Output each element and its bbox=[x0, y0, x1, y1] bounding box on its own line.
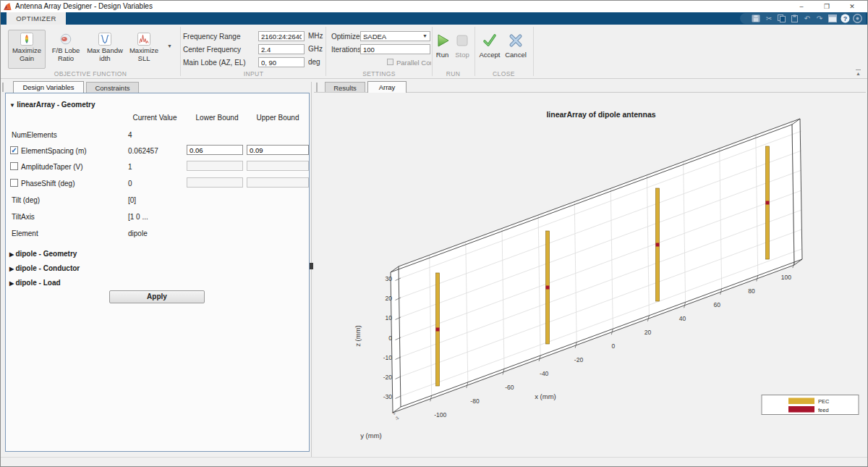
iterations-input[interactable] bbox=[360, 44, 430, 54]
matlab-logo-icon bbox=[4, 3, 12, 11]
section-separator bbox=[326, 27, 326, 76]
tab-constraints[interactable]: Constraints bbox=[86, 82, 139, 93]
section-separator bbox=[533, 27, 534, 76]
group-dipole-load[interactable]: ▶ dipole - Load bbox=[9, 279, 61, 287]
parallel-computing-checkbox[interactable] bbox=[387, 59, 393, 65]
row-value: 4 bbox=[128, 131, 132, 139]
center-frequency-input[interactable] bbox=[258, 44, 305, 54]
geometry-section-header[interactable]: ▼ linearArray - Geometry bbox=[9, 101, 95, 109]
center-frequency-label: Center Frequency bbox=[183, 45, 241, 54]
frequency-range-input[interactable] bbox=[258, 31, 305, 41]
plot-title: linearArray of dipole antennas bbox=[546, 110, 655, 119]
row-name: Element bbox=[12, 230, 38, 237]
amplitude-taper-checkbox[interactable] bbox=[10, 162, 18, 170]
tab-optimizer[interactable]: OPTIMIZER bbox=[7, 12, 66, 25]
resources-icon[interactable] bbox=[853, 14, 862, 23]
svg-text:20: 20 bbox=[386, 295, 393, 302]
copy-icon[interactable] bbox=[778, 14, 786, 22]
maximize-gain-button[interactable]: Maximize Gain bbox=[8, 30, 46, 69]
tab-design-variables[interactable]: Design Variables bbox=[13, 81, 84, 93]
cancel-button[interactable]: Cancel bbox=[505, 33, 527, 59]
stop-label: Stop bbox=[454, 51, 471, 59]
optimizer-ribbon: Maximize Gain F/B Lobe Ratio Max Bandw i… bbox=[1, 25, 868, 79]
legend-swatch-feed bbox=[788, 406, 814, 413]
parallel-computing-label: Parallel Computing bbox=[396, 59, 431, 67]
quick-access-toolbar: ✂ ↶ ↷ ? bbox=[740, 13, 866, 24]
upper-bound-input[interactable] bbox=[247, 145, 309, 155]
panel-grip[interactable] bbox=[316, 83, 318, 92]
feed-4 bbox=[766, 201, 770, 205]
max-bandwidth-button[interactable]: Max Bandw idth bbox=[86, 30, 124, 69]
optimizer-dropdown[interactable]: SADEA ▼ bbox=[360, 31, 430, 41]
paste-icon[interactable] bbox=[791, 14, 799, 22]
row-name: TiltAxis bbox=[12, 213, 35, 221]
ribbon-tab-strip: OPTIMIZER ✂ ↶ ↷ ? bbox=[1, 12, 868, 25]
help-icon[interactable]: ? bbox=[841, 14, 850, 23]
layout-icon[interactable] bbox=[828, 14, 837, 22]
cut-icon[interactable]: ✂ bbox=[764, 14, 774, 23]
upper-bound-input-disabled bbox=[247, 161, 309, 171]
column-header-lower: Lower Bound bbox=[187, 114, 247, 122]
row-name: Tilt (deg) bbox=[12, 196, 40, 204]
objective-gallery-dropdown-icon[interactable]: ▼ bbox=[167, 43, 172, 49]
fb-lobe-ratio-button[interactable]: F/B Lobe Ratio bbox=[47, 30, 85, 69]
group-dipole-geometry[interactable]: ▶ dipole - Geometry bbox=[9, 250, 77, 258]
y-axis-label: y (mm) bbox=[360, 432, 382, 439]
upper-bound-input-disabled bbox=[247, 177, 309, 188]
max-bandwidth-icon bbox=[98, 33, 111, 46]
row-value: [0] bbox=[128, 196, 136, 204]
svg-text:60: 60 bbox=[714, 301, 721, 308]
legend-label-pec: PEC bbox=[818, 398, 830, 405]
redo-icon[interactable]: ↷ bbox=[814, 14, 825, 23]
accept-label: Accept bbox=[479, 51, 501, 59]
phase-shift-checkbox[interactable] bbox=[10, 179, 18, 187]
svg-text:?: ? bbox=[843, 15, 848, 22]
section-label: SETTINGS bbox=[328, 70, 430, 77]
collapse-ribbon-icon[interactable]: ▲ bbox=[856, 70, 861, 76]
y-tick-labels: 2 -2 bbox=[391, 411, 400, 421]
antenna-array-designer-window: Antenna Array Designer - Design Variable… bbox=[0, 0, 868, 467]
apply-button[interactable]: Apply bbox=[109, 290, 205, 303]
cancel-icon bbox=[508, 33, 524, 49]
array-view-panel: -100 -80 -60 -40 -20 0 20 40 60 80 100 3… bbox=[314, 92, 866, 457]
svg-text:20: 20 bbox=[644, 329, 652, 336]
row-name: NumElements bbox=[12, 131, 57, 139]
run-button[interactable]: Run bbox=[434, 33, 451, 59]
section-label: INPUT bbox=[183, 70, 324, 77]
row-name: PhaseShift (deg) bbox=[21, 180, 75, 188]
close-button[interactable]: ✕ bbox=[842, 1, 862, 12]
panel-splitter[interactable] bbox=[311, 82, 312, 457]
svg-text:0: 0 bbox=[611, 342, 615, 350]
accept-icon bbox=[482, 33, 498, 49]
accept-button[interactable]: Accept bbox=[479, 33, 501, 59]
maximize-gain-icon bbox=[20, 33, 33, 46]
svg-text:-30: -30 bbox=[383, 393, 393, 400]
row-value: [1 0 ... bbox=[128, 213, 148, 221]
group-dipole-conductor[interactable]: ▶ dipole - Conductor bbox=[9, 264, 80, 272]
main-lobe-input[interactable] bbox=[258, 57, 305, 67]
restore-button[interactable]: ❐ bbox=[817, 1, 837, 12]
minimize-button[interactable]: – bbox=[791, 1, 812, 12]
button-label: F/B Lobe bbox=[48, 46, 84, 54]
array-3d-plot[interactable]: -100 -80 -60 -40 -20 0 20 40 60 80 100 3… bbox=[314, 93, 866, 457]
maximize-sll-button[interactable]: Maximize SLL bbox=[125, 30, 163, 69]
stop-button[interactable]: Stop bbox=[454, 33, 471, 59]
button-label: idth bbox=[87, 54, 123, 62]
element-spacing-checkbox[interactable]: ✓ bbox=[10, 146, 18, 154]
panel-grip[interactable] bbox=[2, 83, 4, 92]
lower-bound-input-disabled bbox=[187, 161, 243, 171]
column-header-upper: Upper Bound bbox=[247, 114, 309, 122]
undo-icon[interactable]: ↶ bbox=[802, 14, 812, 23]
svg-text:-20: -20 bbox=[383, 374, 393, 381]
feed-2 bbox=[546, 286, 550, 290]
lower-bound-input[interactable] bbox=[187, 145, 243, 155]
tab-array[interactable]: Array bbox=[367, 81, 407, 93]
svg-text:-80: -80 bbox=[470, 397, 480, 405]
save-icon[interactable] bbox=[752, 14, 760, 22]
button-label: Maximize bbox=[126, 46, 162, 54]
plot-legend: PEC feed bbox=[762, 395, 859, 415]
button-label: Gain bbox=[9, 54, 45, 62]
section-separator bbox=[475, 27, 475, 76]
x-axis-label: x (mm) bbox=[535, 392, 556, 400]
splitter-handle[interactable] bbox=[310, 263, 313, 269]
